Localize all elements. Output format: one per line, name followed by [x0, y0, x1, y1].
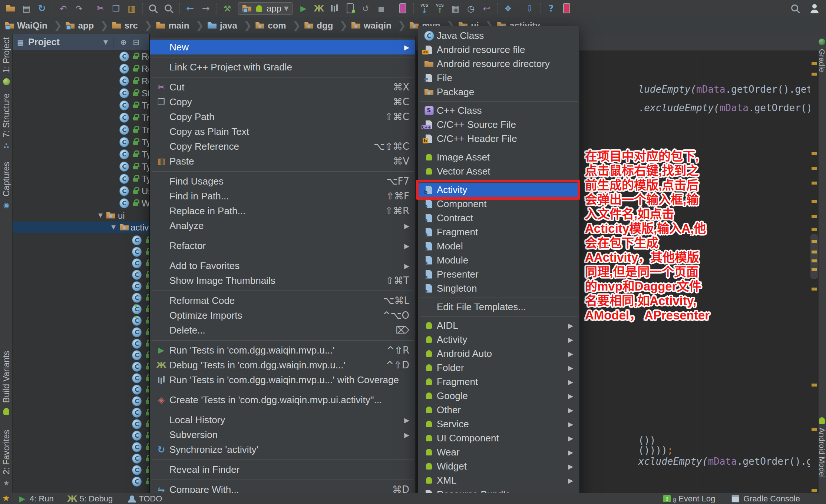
menu-item[interactable]: Package ▶ — [418, 85, 579, 99]
tree-item[interactable] — [13, 281, 149, 292]
menu-item[interactable]: ▶ — [150, 253, 415, 258]
menu-item[interactable]: Activity ▶ — [418, 183, 579, 197]
tree-item-ui-folder[interactable]: ui — [13, 209, 149, 222]
menu-item[interactable]: C++ Class ▶ — [418, 103, 579, 117]
tree-item[interactable] — [13, 269, 149, 281]
menu-item[interactable]: Activity ▶ — [418, 332, 579, 346]
tree-item[interactable]: Ty — [13, 173, 149, 185]
toolbar-button[interactable] — [327, 1, 342, 16]
toolbar-button[interactable] — [295, 1, 311, 16]
expand-arrow-icon[interactable] — [109, 222, 118, 232]
menu-item[interactable]: Paste ⌘V ▶ — [150, 154, 415, 169]
menu-item[interactable]: ▶ — [150, 54, 415, 60]
toolbar-button[interactable] — [161, 1, 176, 16]
toolbar-button[interactable] — [311, 1, 327, 16]
tree-item[interactable]: Re — [13, 63, 149, 75]
tool-window-button[interactable]: 1: Project — [0, 37, 13, 86]
menu-item[interactable]: Reformat Code ⌥⌘L ▶ — [150, 293, 415, 308]
tree-item[interactable]: Wo — [13, 197, 149, 209]
run-config-selector[interactable]: app ▼ — [238, 2, 293, 15]
toolbar-button[interactable] — [145, 1, 161, 16]
tree-item[interactable] — [13, 441, 149, 453]
toolbar-button[interactable] — [389, 1, 395, 16]
menu-item[interactable]: Refactor ▶ — [150, 238, 415, 253]
tool-window-button[interactable]: 2: Favorites — [0, 430, 13, 488]
menu-item[interactable]: Module ▶ — [418, 253, 579, 267]
menu-item[interactable]: Other ▶ — [418, 403, 579, 417]
menu-item[interactable]: Link C++ Project with Gradle ▶ — [150, 60, 415, 74]
toolbar-button[interactable] — [807, 1, 822, 16]
menu-item[interactable]: ▶ — [150, 457, 415, 462]
locate-icon[interactable] — [119, 37, 128, 47]
menu-item[interactable]: Create 'Tests in 'com.dgg.waiqin.mvp.ui.… — [150, 392, 415, 407]
status-bar-button[interactable]: 5: Debug — [67, 494, 113, 504]
tree-item[interactable] — [13, 361, 149, 372]
toolbar-button[interactable] — [93, 1, 108, 16]
menu-item[interactable]: Delete... ⌦ ▶ — [150, 323, 415, 338]
tool-window-button[interactable]: Captures — [0, 162, 13, 210]
toolbar-button[interactable] — [432, 1, 447, 16]
menu-item[interactable]: Widget ▶ — [418, 459, 579, 473]
toolbar-button[interactable] — [522, 1, 537, 16]
toolbar-button[interactable] — [219, 1, 235, 16]
breadcrumb-item[interactable]: com ❯ — [255, 20, 304, 31]
favorites-star-icon[interactable]: ★ — [2, 493, 10, 503]
menu-item[interactable]: ▶ — [150, 288, 415, 293]
status-bar-button[interactable]: 4: Run — [17, 494, 54, 504]
menu-item[interactable]: ▶ — [150, 387, 415, 392]
tree-item[interactable]: Re — [13, 75, 149, 87]
tree-item[interactable] — [13, 407, 149, 418]
toolbar-button[interactable] — [214, 1, 219, 16]
toolbar-button[interactable] — [87, 1, 93, 16]
menu-item[interactable]: Show Image Thumbnails ⇧⌘T ▶ — [150, 273, 415, 288]
menu-item[interactable]: Copy as Plain Text ▶ — [150, 124, 415, 139]
tree-item[interactable] — [13, 246, 149, 258]
collapse-all-icon[interactable] — [131, 37, 141, 47]
toolbar-button[interactable] — [139, 1, 145, 16]
menu-item[interactable]: Android resource file ▶ — [418, 43, 579, 57]
menu-item[interactable]: ▶ — [418, 99, 579, 103]
tree-item[interactable] — [13, 349, 149, 361]
menu-item[interactable]: ▶ — [418, 146, 579, 150]
toolbar-button[interactable] — [395, 1, 410, 16]
breadcrumb-item[interactable]: src ❯ — [112, 20, 156, 31]
status-bar-button[interactable]: Gradle Console — [730, 494, 800, 504]
menu-item[interactable]: ▶ — [150, 477, 415, 482]
tree-item[interactable] — [13, 453, 149, 464]
menu-item[interactable]: ▶ — [418, 295, 579, 300]
menu-item[interactable]: Model ▶ — [418, 239, 579, 253]
tree-item[interactable] — [13, 384, 149, 395]
toolbar-button[interactable] — [71, 1, 87, 16]
menu-item[interactable]: AIDL ▶ — [418, 318, 579, 332]
toolbar-button[interactable] — [416, 1, 432, 16]
toolbar-button[interactable] — [176, 1, 182, 16]
toolbar-button[interactable] — [463, 1, 479, 16]
tree-item[interactable]: Ty — [13, 160, 149, 173]
toolbar-button[interactable] — [559, 1, 574, 16]
toolbar-button[interactable] — [410, 1, 416, 16]
tree-item[interactable]: Us — [13, 185, 149, 197]
toolbar-button[interactable] — [543, 1, 559, 16]
menu-item[interactable]: Synchronize 'activity' ▶ — [150, 442, 415, 457]
menu-item[interactable]: Reveal in Finder ▶ — [150, 462, 415, 477]
tree-item[interactable]: Re — [13, 50, 149, 63]
tree-item[interactable] — [13, 292, 149, 304]
tree-item[interactable] — [13, 418, 149, 430]
toolbar-button[interactable] — [447, 1, 463, 16]
menu-item[interactable]: Replace in Path... ⇧⌘R ▶ — [150, 203, 415, 218]
tree-item[interactable]: Ty — [13, 148, 149, 160]
breadcrumb-item[interactable]: app ❯ — [65, 20, 112, 31]
tree-item[interactable] — [13, 430, 149, 441]
tree-item[interactable] — [13, 326, 149, 338]
tree-item[interactable] — [13, 315, 149, 326]
menu-item[interactable]: Debug 'Tests in 'com.dgg.waiqin.mvp.u...… — [150, 358, 415, 372]
menu-item[interactable]: Java Class ▶ — [418, 29, 579, 43]
menu-item[interactable]: Add to Favorites ▶ — [150, 258, 415, 273]
tree-item[interactable] — [13, 395, 149, 407]
menu-item[interactable]: Find in Path... ⇧⌘F ▶ — [150, 189, 415, 203]
tool-window-button[interactable]: Build Variants — [0, 351, 13, 416]
toolbar-button[interactable] — [373, 1, 389, 16]
menu-item[interactable]: C/C++ Source File ▶ — [418, 117, 579, 132]
status-bar-button[interactable]: 8 Event Log — [662, 494, 715, 504]
menu-item[interactable]: Presenter ▶ — [418, 267, 579, 281]
